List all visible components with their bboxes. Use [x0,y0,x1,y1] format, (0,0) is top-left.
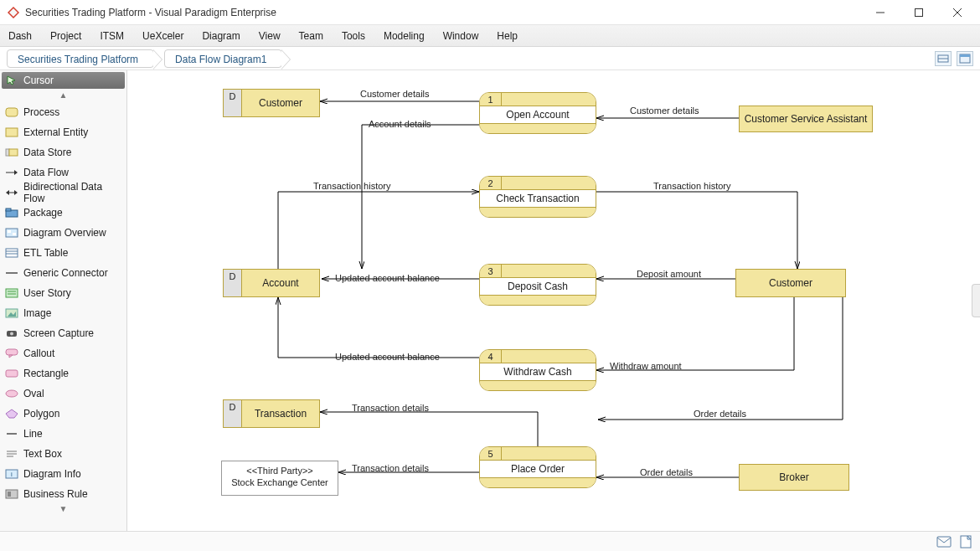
process-label: Deposit Cash [480,278,596,295]
palette-line[interactable]: Line [0,424,126,444]
diagram-canvas[interactable]: D Customer D Account D Transaction 1 Ope… [127,70,980,531]
user-story-icon [5,287,18,299]
svg-marker-19 [6,190,9,195]
palette-data-store[interactable]: Data Store [0,142,126,162]
process-deposit-cash[interactable]: 3 Deposit Cash [479,264,596,306]
datastore-transaction[interactable]: D Transaction [223,399,320,428]
palette-item-label: Text Box [23,448,62,460]
process-number: 2 [480,177,502,190]
svg-text:i: i [11,471,13,478]
svg-point-35 [10,332,13,336]
maximize-button[interactable] [900,0,938,25]
minimize-button[interactable] [861,0,900,25]
menu-modeling[interactable]: Modeling [384,30,425,42]
toolbar-panel-icon[interactable] [957,51,973,66]
palette-scroll-up[interactable]: ▲ [0,90,126,102]
process-open-account[interactable]: 1 Open Account [479,92,596,134]
menu-tools[interactable]: Tools [342,30,365,42]
image-icon [5,307,18,319]
toolbar-switch-view-icon[interactable] [935,51,952,66]
svg-rect-21 [6,209,11,211]
palette-data-flow[interactable]: Data Flow [0,162,126,183]
palette-diagram-overview[interactable]: Diagram Overview [0,223,126,243]
palette-screen-capture[interactable]: Screen Capture [0,323,126,343]
flow-label: Customer details [630,106,699,116]
entity-label: Customer Service Assistant [745,113,868,125]
datastore-customer[interactable]: D Customer [223,89,320,117]
app-logo-icon [7,6,20,19]
entity-broker[interactable]: Broker [739,464,849,491]
svg-rect-23 [8,230,11,233]
screen-capture-icon [5,327,18,339]
menu-diagram[interactable]: Diagram [202,30,240,42]
bidirectional-flow-icon [5,187,18,198]
palette-cursor[interactable]: Cursor [2,72,125,89]
palette-item-label: Data Flow [23,167,69,178]
note-icon[interactable] [960,535,972,548]
breadcrumb[interactable]: Securities Trading Platform [7,49,154,68]
datastore-mark: D [224,90,242,116]
svg-rect-25 [6,249,18,257]
palette-generic-connector[interactable]: Generic Connector [0,263,126,283]
breadcrumb[interactable]: Data Flow Diagram1 [164,49,282,68]
datastore-mark: D [224,400,242,427]
process-label: Withdraw Cash [480,363,596,380]
menu-team[interactable]: Team [299,30,323,42]
menu-project[interactable]: Project [50,30,81,42]
palette-rectangle[interactable]: Rectangle [0,363,126,384]
palette-item-label: Line [23,428,43,440]
palette-process[interactable]: Process [0,102,126,122]
menu-itsm[interactable]: ITSM [100,30,124,42]
diagram-info-icon: i [5,468,18,480]
palette-item-label: Bidirectional Data Flow [23,181,121,204]
svg-rect-9 [960,54,970,57]
menu-window[interactable]: Window [443,30,479,42]
entity-customer[interactable]: Customer [735,269,846,297]
flow-label: Deposit amount [637,269,701,279]
palette-cursor-label: Cursor [23,75,54,86]
flow-label: Transaction history [313,181,391,191]
process-check-transaction[interactable]: 2 Check Transaction [479,176,596,218]
package-icon [5,207,18,219]
palette-package[interactable]: Package [0,203,126,223]
mail-icon[interactable] [936,536,952,548]
palette-external-entity[interactable]: External Entity [0,122,126,142]
palette-item-label: Oval [23,388,44,399]
external-entity-icon [5,126,18,138]
process-label: Check Transaction [480,190,596,207]
menu-help[interactable]: Help [497,30,518,42]
close-button[interactable] [938,0,977,25]
palette-item-label: Polygon [23,408,59,420]
menu-uexceler[interactable]: UeXceler [142,30,183,42]
process-place-order[interactable]: 5 Place Order [479,446,596,488]
canvas-right-grip[interactable] [972,284,980,317]
process-withdraw-cash[interactable]: 4 Withdraw Cash [479,349,596,391]
flow-label: Order details [640,467,693,477]
palette-bidirectional-flow[interactable]: Bidirectional Data Flow [0,183,126,203]
palette-business-rule[interactable]: Business Rule [0,484,126,504]
thirdparty-label: Stock Exchange Center [222,476,338,488]
process-number: 3 [480,265,502,278]
svg-rect-38 [6,370,18,377]
palette-scroll-down[interactable]: ▼ [0,504,126,516]
entity-csa[interactable]: Customer Service Assistant [739,106,873,132]
palette-text-box[interactable]: Text Box [0,444,126,464]
palette-oval[interactable]: Oval [0,384,126,404]
menu-view[interactable]: View [259,30,281,42]
datastore-account[interactable]: D Account [223,269,320,297]
svg-marker-37 [9,355,13,358]
flow-label: Order details [694,409,746,419]
palette-etl-table[interactable]: ETL Table [0,243,126,263]
palette-callout[interactable]: Callout [0,343,126,363]
palette-diagram-info[interactable]: iDiagram Info [0,464,126,484]
thirdparty-sec[interactable]: <<Third Party>> Stock Exchange Center [221,461,338,496]
thirdparty-stereo: <<Third Party>> [222,465,338,476]
diagram-overview-icon [5,227,18,239]
palette-user-story[interactable]: User Story [0,283,126,303]
menu-dash[interactable]: Dash [8,30,32,42]
process-number: 1 [480,93,502,106]
palette-image[interactable]: Image [0,303,126,323]
flow-label: Transaction history [653,181,731,191]
palette-item-label: Diagram Overview [23,227,106,239]
palette-polygon[interactable]: Polygon [0,404,126,424]
